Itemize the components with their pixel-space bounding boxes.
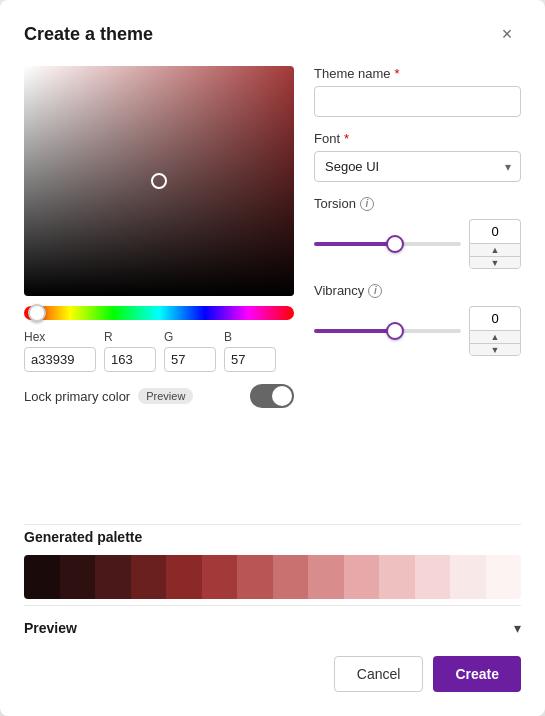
torsion-decrement-button[interactable]: ▼	[470, 256, 520, 268]
preview-section-title: Preview	[24, 620, 77, 636]
palette-swatch	[202, 555, 238, 599]
toggle-track	[250, 384, 294, 408]
vibrancy-spinner: ▲ ▼	[469, 306, 521, 356]
palette-swatch	[415, 555, 451, 599]
palette-swatch	[308, 555, 344, 599]
g-input-group: G	[164, 330, 216, 372]
palette-swatch	[60, 555, 96, 599]
palette-swatches	[24, 555, 521, 599]
r-input-group: R	[104, 330, 156, 372]
palette-swatch	[131, 555, 167, 599]
palette-swatch	[344, 555, 380, 599]
lock-primary-row: Lock primary color Preview	[24, 384, 294, 408]
hex-input-group: Hex	[24, 330, 96, 372]
torsion-spinner: ▲ ▼	[469, 219, 521, 269]
vibrancy-spinner-buttons: ▲ ▼	[469, 330, 521, 356]
font-field-group: Font * Segoe UI Arial Calibri ▾	[314, 131, 521, 182]
palette-title: Generated palette	[24, 529, 521, 545]
cancel-button[interactable]: Cancel	[334, 656, 424, 692]
torsion-slider-row: ▲ ▼	[314, 219, 521, 269]
hex-label: Hex	[24, 330, 96, 344]
gradient-layer-dark	[24, 66, 294, 296]
r-input[interactable]	[104, 347, 156, 372]
palette-swatch	[450, 555, 486, 599]
theme-name-required: *	[395, 66, 400, 81]
g-label: G	[164, 330, 216, 344]
dialog-title: Create a theme	[24, 24, 153, 45]
vibrancy-section: Vibrancy i ▲ ▼	[314, 283, 521, 356]
torsion-info-icon[interactable]: i	[360, 197, 374, 211]
palette-swatch	[273, 555, 309, 599]
preview-chevron-icon: ▾	[514, 620, 521, 636]
b-input-group: B	[224, 330, 276, 372]
vibrancy-decrement-button[interactable]: ▼	[470, 343, 520, 355]
palette-swatch	[24, 555, 60, 599]
vibrancy-increment-button[interactable]: ▲	[470, 331, 520, 343]
r-label: R	[104, 330, 156, 344]
hue-slider-thumb	[28, 304, 46, 322]
preview-accordion-header[interactable]: Preview ▾	[24, 606, 521, 636]
lock-label: Lock primary color	[24, 389, 130, 404]
torsion-section: Torsion i ▲ ▼	[314, 196, 521, 269]
create-theme-dialog: Create a theme × Hex	[0, 0, 545, 716]
hue-slider[interactable]	[24, 306, 294, 320]
palette-swatch	[237, 555, 273, 599]
vibrancy-slider-row: ▲ ▼	[314, 306, 521, 356]
theme-name-label: Theme name *	[314, 66, 521, 81]
right-panel: Theme name * Font * Segoe UI Arial Calib…	[314, 66, 521, 516]
font-select[interactable]: Segoe UI Arial Calibri	[314, 151, 521, 182]
torsion-input[interactable]	[469, 219, 521, 243]
font-required: *	[344, 131, 349, 146]
color-gradient	[24, 66, 294, 296]
palette-section: Generated palette	[24, 520, 521, 599]
hue-slider-track	[24, 306, 294, 320]
vibrancy-label-row: Vibrancy i	[314, 283, 521, 298]
torsion-label-row: Torsion i	[314, 196, 521, 211]
theme-name-input[interactable]	[314, 86, 521, 117]
color-canvas[interactable]	[24, 66, 294, 296]
torsion-slider[interactable]	[314, 234, 461, 254]
preview-section: Preview ▾	[24, 605, 521, 636]
vibrancy-slider-thumb	[386, 322, 404, 340]
palette-swatch	[379, 555, 415, 599]
b-label: B	[224, 330, 276, 344]
toggle-thumb	[272, 386, 292, 406]
vibrancy-info-icon[interactable]: i	[368, 284, 382, 298]
hex-input[interactable]	[24, 347, 96, 372]
dialog-header: Create a theme ×	[24, 20, 521, 48]
theme-name-field-group: Theme name *	[314, 66, 521, 117]
palette-swatch	[166, 555, 202, 599]
preview-badge: Preview	[138, 388, 193, 404]
font-select-wrapper: Segoe UI Arial Calibri ▾	[314, 151, 521, 182]
palette-swatch	[486, 555, 522, 599]
close-button[interactable]: ×	[493, 20, 521, 48]
color-inputs-row: Hex R G B	[24, 330, 294, 372]
torsion-slider-thumb	[386, 235, 404, 253]
palette-swatch	[95, 555, 131, 599]
palette-divider	[24, 524, 521, 525]
g-input[interactable]	[164, 347, 216, 372]
footer: Cancel Create	[24, 636, 521, 692]
b-input[interactable]	[224, 347, 276, 372]
torsion-increment-button[interactable]: ▲	[470, 244, 520, 256]
vibrancy-input[interactable]	[469, 306, 521, 330]
lock-toggle[interactable]	[250, 384, 294, 408]
create-button[interactable]: Create	[433, 656, 521, 692]
vibrancy-slider[interactable]	[314, 321, 461, 341]
left-panel: Hex R G B Lock primary color	[24, 66, 294, 516]
main-content: Hex R G B Lock primary color	[24, 66, 521, 516]
font-label: Font *	[314, 131, 521, 146]
torsion-spinner-buttons: ▲ ▼	[469, 243, 521, 269]
